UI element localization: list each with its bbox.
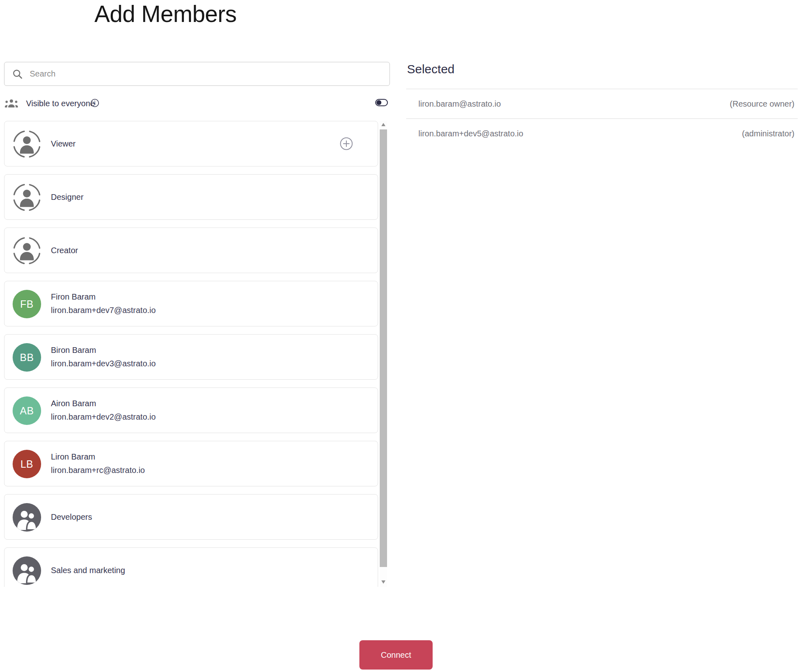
avatar: FB [13,290,41,318]
person-dashed-icon [13,183,41,212]
connect-button[interactable]: Connect [359,640,433,670]
user-name: Liron Baram [51,452,145,462]
list-item-label: Sales and marketing [51,548,125,587]
search-box[interactable] [4,62,390,86]
list-item-label: Designer [51,175,83,219]
avatar: AB [13,396,41,425]
user-email: liron.baram+rc@astrato.io [51,465,145,475]
selected-email: liron.baram@astrato.io [418,99,501,109]
avatar-initials: BB [20,352,34,363]
list-item-creator[interactable]: Creator [4,228,378,273]
user-email: liron.baram+dev7@astrato.io [51,305,156,315]
list-scrollbar[interactable] [380,121,387,587]
user-email: liron.baram+dev3@astrato.io [51,359,156,369]
scrollbar-down-icon[interactable] [381,580,385,584]
list-item-label: Viewer [51,121,76,166]
list-item-designer[interactable]: Designer [4,174,378,220]
visibility-toggle[interactable] [375,99,388,106]
selected-row: liron.baram+dev5@astrato.io (administrat… [406,119,798,149]
scrollbar-up-icon[interactable] [381,123,385,126]
list-item-user[interactable]: FB Firon Baram liron.baram+dev7@astrato.… [4,281,378,326]
list-item-group[interactable]: Developers [4,494,378,540]
groups-icon [5,99,18,108]
selected-role: (administrator) [742,129,794,138]
avatar: BB [13,343,41,372]
info-icon[interactable] [90,99,99,107]
selected-role: (Resource owner) [730,99,794,109]
toggle-knob [376,100,381,105]
page-title: Add Members [94,1,236,27]
list-item-text: Firon Baram liron.baram+dev7@astrato.io [51,292,156,315]
visibility-row: Visible to everyone [0,97,391,111]
selected-list: liron.baram@astrato.io (Resource owner) … [406,89,798,149]
avatar-initials: FB [20,298,34,310]
list-item-viewer[interactable]: Viewer [4,121,378,166]
avatar-initials: LB [20,458,33,470]
selected-email: liron.baram+dev5@astrato.io [418,129,523,138]
user-email: liron.baram+dev2@astrato.io [51,412,156,422]
plus-circle-icon[interactable] [340,137,353,150]
user-name: Firon Baram [51,292,156,302]
people-circle-icon [13,556,41,585]
list-item-text: Liron Baram liron.baram+rc@astrato.io [51,452,145,475]
list-item-text: Biron Baram liron.baram+dev3@astrato.io [51,345,156,369]
selected-heading: Selected [407,61,455,77]
user-name: Biron Baram [51,345,156,355]
list-item-user[interactable]: LB Liron Baram liron.baram+rc@astrato.io [4,441,378,486]
members-list: Viewer Designer Creator [0,118,392,587]
avatar-initials: AB [20,405,34,417]
list-item-label: Creator [51,228,78,273]
people-circle-icon [13,503,41,532]
person-dashed-icon [13,130,41,158]
selected-row: liron.baram@astrato.io (Resource owner) [406,89,798,119]
user-name: Airon Baram [51,398,156,409]
visibility-label: Visible to everyone [26,98,95,109]
list-item-group[interactable]: Sales and marketing [4,547,378,587]
person-dashed-icon [13,236,41,265]
scrollbar-thumb[interactable] [380,129,387,567]
list-item-user[interactable]: AB Airon Baram liron.baram+dev2@astrato.… [4,387,378,433]
avatar: LB [13,450,41,478]
list-item-text: Airon Baram liron.baram+dev2@astrato.io [51,398,156,422]
list-item-user[interactable]: BB Biron Baram liron.baram+dev3@astrato.… [4,334,378,380]
search-input[interactable] [4,62,389,85]
add-members-dialog: Add Members Visible to everyone [0,0,803,672]
list-item-label: Developers [51,495,92,539]
